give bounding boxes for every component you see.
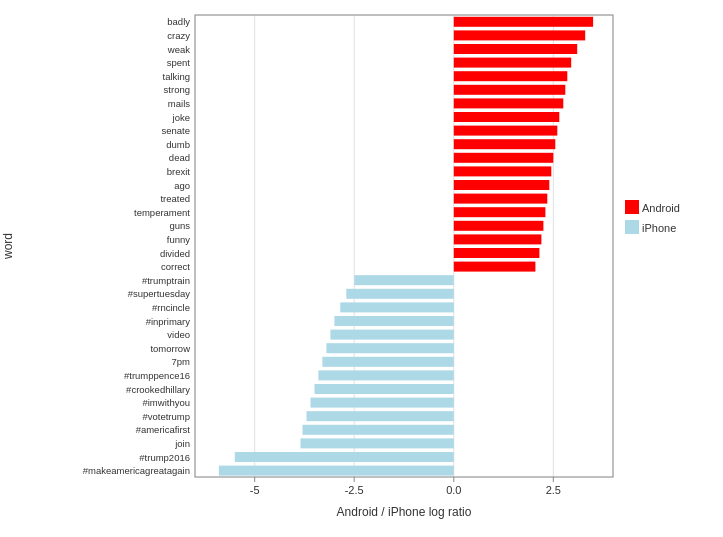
y-label-trumppence16: #trumppence16 xyxy=(124,370,190,381)
bar-crazy xyxy=(454,30,585,40)
y-axis-title: word xyxy=(1,233,15,260)
bar-ago xyxy=(454,180,550,190)
bar-treated xyxy=(454,194,548,204)
y-label-imwithyou: #imwithyou xyxy=(142,397,190,408)
y-label-makeamericagreatagain: #makeamericagreatagain xyxy=(83,465,190,476)
y-label-badly: badly xyxy=(167,16,190,27)
bar-makeamericagreatagain xyxy=(219,466,454,476)
chart-svg: -5 -2.5 0.0 2.5 Android / iPhone log rat… xyxy=(0,0,723,537)
x-label-0: 0.0 xyxy=(446,484,461,496)
y-label-dumb: dumb xyxy=(166,139,190,150)
bar-rncincle xyxy=(340,302,454,312)
bar-badly xyxy=(454,17,593,27)
bar-funny xyxy=(454,234,542,244)
bar-brexit xyxy=(454,166,552,176)
bar-spent xyxy=(454,58,571,68)
y-label-crookedhillary: #crookedhillary xyxy=(126,384,190,395)
bar-talking xyxy=(454,71,568,81)
y-label-senate: senate xyxy=(161,125,190,136)
y-label-weak: weak xyxy=(167,44,190,55)
bar-americafirst xyxy=(303,425,454,435)
y-label-americafirst: #americafirst xyxy=(136,424,191,435)
legend-android-swatch xyxy=(625,200,639,214)
bar-joke xyxy=(454,112,560,122)
bar-tomorrow xyxy=(326,343,453,353)
bar-trumptrain xyxy=(354,275,454,285)
y-label-mails: mails xyxy=(168,98,190,109)
x-label-minus5: -5 xyxy=(250,484,260,496)
bar-dumb xyxy=(454,139,556,149)
y-label-guns: guns xyxy=(169,220,190,231)
bar-strong xyxy=(454,85,566,95)
bar-correct xyxy=(454,262,536,272)
y-label-crazy: crazy xyxy=(167,30,190,41)
legend-iphone-swatch xyxy=(625,220,639,234)
bar-divided xyxy=(454,248,540,258)
y-label-inprimary: #inprimary xyxy=(146,316,191,327)
bar-dead xyxy=(454,153,554,163)
y-label-trumptrain: #trumptrain xyxy=(142,275,190,286)
bar-mails xyxy=(454,98,564,108)
bar-7pm xyxy=(322,357,453,367)
legend-android-label: Android xyxy=(642,202,680,214)
bar-trump2016 xyxy=(235,452,454,462)
bar-votetrump xyxy=(307,411,454,421)
legend-iphone-label: iPhone xyxy=(642,222,676,234)
y-label-temperament: temperament xyxy=(134,207,190,218)
y-label-7pm: 7pm xyxy=(172,356,191,367)
x-axis-title: Android / iPhone log ratio xyxy=(337,505,472,519)
y-label-divided: divided xyxy=(160,248,190,259)
y-label-supertuesday: #supertuesday xyxy=(128,288,191,299)
y-label-correct: correct xyxy=(161,261,190,272)
bar-senate xyxy=(454,126,558,136)
y-label-video: video xyxy=(167,329,190,340)
chart-container: -5 -2.5 0.0 2.5 Android / iPhone log rat… xyxy=(0,0,723,537)
y-label-funny: funny xyxy=(167,234,190,245)
bar-guns xyxy=(454,221,544,231)
y-label-rncincle: #rncincle xyxy=(152,302,190,313)
y-label-dead: dead xyxy=(169,152,190,163)
bar-imwithyou xyxy=(311,398,454,408)
y-label-join: join xyxy=(174,438,190,449)
bar-inprimary xyxy=(334,316,453,326)
bar-trumppence16 xyxy=(318,370,453,380)
y-label-brexit: brexit xyxy=(167,166,191,177)
bar-crookedhillary xyxy=(315,384,454,394)
bar-join xyxy=(301,438,454,448)
y-label-votetrump: #votetrump xyxy=(142,411,190,422)
y-label-talking: talking xyxy=(163,71,190,82)
y-label-ago: ago xyxy=(174,180,190,191)
x-label-minus2.5: -2.5 xyxy=(345,484,364,496)
chart-area xyxy=(195,15,613,477)
bar-weak xyxy=(454,44,577,54)
x-label-2.5: 2.5 xyxy=(546,484,561,496)
y-label-trump2016: #trump2016 xyxy=(139,452,190,463)
bar-temperament xyxy=(454,207,546,217)
y-label-strong: strong xyxy=(164,84,190,95)
y-label-spent: spent xyxy=(167,57,191,68)
bar-video xyxy=(330,330,453,340)
y-label-treated: treated xyxy=(160,193,190,204)
bar-supertuesday xyxy=(346,289,454,299)
y-label-tomorrow: tomorrow xyxy=(150,343,190,354)
y-label-joke: joke xyxy=(172,112,190,123)
